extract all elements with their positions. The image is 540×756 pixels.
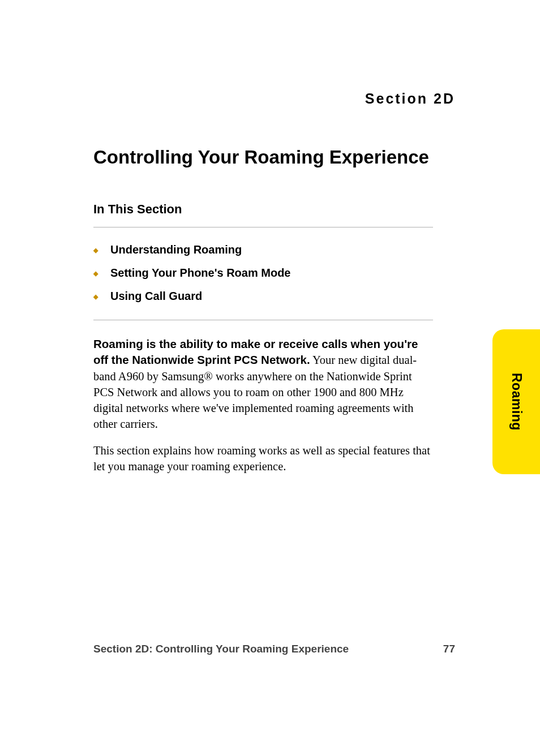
list-item: ◆ Using Call Guard (93, 290, 455, 303)
list-item: ◆ Understanding Roaming (93, 243, 455, 256)
body-paragraph-1: Roaming is the ability to make or receiv… (93, 336, 433, 432)
bullet-icon: ◆ (93, 293, 98, 300)
section-label: Section 2D (93, 91, 455, 107)
bullet-icon: ◆ (93, 270, 98, 277)
side-tab-label: Roaming (509, 373, 524, 431)
divider-bottom (93, 320, 433, 320)
divider-top (93, 227, 433, 227)
page-number: 77 (443, 643, 455, 655)
toc-list: ◆ Understanding Roaming ◆ Setting Your P… (93, 243, 455, 303)
page-title: Controlling Your Roaming Experience (93, 147, 455, 168)
body-paragraph-2: This section explains how roaming works … (93, 443, 433, 475)
list-item: ◆ Setting Your Phone's Roam Mode (93, 267, 455, 280)
toc-item-label: Understanding Roaming (110, 243, 242, 256)
bullet-icon: ◆ (93, 247, 98, 254)
toc-item-label: Setting Your Phone's Roam Mode (110, 267, 291, 280)
footer-section-title: Section 2D: Controlling Your Roaming Exp… (93, 643, 349, 655)
page-footer: Section 2D: Controlling Your Roaming Exp… (93, 643, 455, 655)
subsection-heading: In This Section (93, 202, 455, 217)
toc-item-label: Using Call Guard (110, 290, 202, 303)
side-tab: Roaming (492, 329, 540, 474)
